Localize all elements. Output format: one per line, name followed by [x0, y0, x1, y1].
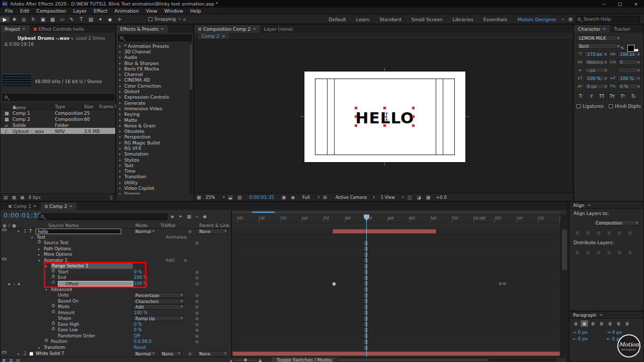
workspace-motion-designer[interactable]: Motion Designer — [517, 17, 556, 22]
project-row-solids[interactable]: ▱SolidsFolder — [1, 122, 115, 128]
effects-category-transition[interactable]: ▸Transition — [116, 174, 190, 180]
panel-lock-icon[interactable] — [198, 28, 201, 31]
property-pickwhip-icon[interactable]: ◎ — [195, 299, 199, 304]
panel-grid-icon[interactable]: ▦ — [568, 17, 573, 22]
subscript-button[interactable]: T₁ — [629, 93, 637, 100]
effects-category-matte[interactable]: ▸Matte — [116, 117, 190, 123]
project-bit-depth[interactable]: 8 bpc — [29, 195, 41, 200]
effects-category-rg-vfx[interactable]: ▸RG VFX — [116, 146, 190, 151]
distribute-left-button[interactable]: ≣ — [605, 249, 613, 256]
twirl-icon[interactable]: ▸ — [119, 124, 122, 128]
workspace-overflow-icon[interactable]: » — [561, 17, 565, 22]
anchor-point[interactable] — [384, 116, 386, 118]
faux-bold-button[interactable]: T — [577, 93, 585, 100]
transparency-grid-icon[interactable]: ▩ — [426, 195, 431, 200]
motion-blur-icon[interactable]: ◉ — [203, 214, 207, 220]
project-columns[interactable]: Name ▲ Type Size Frame R… — [1, 103, 115, 110]
twirl-icon[interactable]: ▸ — [119, 73, 122, 77]
align-text-right-button[interactable]: ≣ — [589, 320, 597, 327]
timeline-row-text[interactable]: ▾TextAnimate:⊙ — [1, 235, 231, 241]
twirl-icon[interactable]: ▸ — [119, 67, 122, 71]
distribute-right-button[interactable]: ≣ — [626, 249, 634, 256]
add-animator-icon[interactable]: ⊙ — [184, 235, 187, 240]
font-size-dropdown[interactable]: 173 px — [585, 51, 608, 57]
timeline-row-position[interactable]: Position0.0,90.0◎ — [1, 339, 231, 345]
workspace-small-screen[interactable]: Small Screen — [412, 17, 443, 22]
property-value[interactable]: 100 % — [134, 310, 147, 316]
indent-right-field[interactable]: ←0 px — [573, 336, 604, 341]
property-value[interactable]: Off — [134, 333, 140, 339]
tab-project[interactable]: Project≡ — [1, 25, 30, 33]
panel-menu-icon[interactable]: ≡ — [602, 27, 606, 31]
magnification-dropdown[interactable]: 25% — [204, 194, 226, 200]
tab-composition[interactable]: Composition Comp 2≡ — [194, 25, 260, 33]
menu-file[interactable]: File — [2, 8, 17, 14]
effects-category-generate[interactable]: ▸Generate — [116, 100, 190, 106]
timeline-row-based-on[interactable]: Based OnCharacters◎ — [1, 299, 231, 305]
timeline-row-source-text[interactable]: Source Text◎ — [1, 240, 231, 246]
track-row[interactable] — [232, 263, 560, 269]
twirl-icon[interactable]: ▸ — [119, 84, 122, 88]
effects-category-obsolete[interactable]: ▸Obsolete — [116, 128, 190, 134]
justify-all-button[interactable]: ≣ — [623, 320, 631, 327]
twirl-icon[interactable]: ▸ — [119, 129, 122, 133]
menu-layer[interactable]: Layer — [70, 8, 91, 14]
twirl-icon[interactable]: ▸ — [119, 152, 122, 156]
timeline-tracks[interactable] — [232, 229, 560, 357]
twirl-icon[interactable]: ▸ — [119, 44, 122, 48]
menu-effect[interactable]: Effect — [90, 8, 111, 14]
zoom-handle[interactable] — [244, 358, 247, 361]
timeline-row-amount[interactable]: Amount100 %◎ — [1, 310, 231, 316]
twirl-icon[interactable]: ▸ — [119, 181, 122, 185]
tab-comp-1[interactable]: Comp 1≡ — [5, 202, 41, 210]
property-name[interactable]: Units — [58, 293, 69, 298]
effects-category-time[interactable]: ▸Time — [116, 169, 190, 174]
interpret-footage-icon[interactable]: ▤ — [4, 195, 8, 200]
timeline-row-path-options[interactable]: ▸Path Options — [1, 246, 231, 252]
track-row[interactable] — [232, 322, 560, 328]
track-row[interactable] — [232, 327, 560, 333]
workspace-libraries[interactable]: Libraries — [453, 17, 473, 22]
track-row[interactable] — [232, 333, 560, 339]
options-icon[interactable]: ▤ — [16, 358, 20, 362]
align-text-center-button[interactable]: ≣ — [581, 320, 588, 327]
track-row[interactable] — [232, 281, 560, 287]
selection-handle[interactable] — [383, 124, 386, 127]
current-time-display[interactable]: 0:00:01:35 — [4, 211, 42, 219]
stopwatch-icon[interactable] — [52, 310, 55, 313]
zoom-out-mountain-icon[interactable]: ▲ — [230, 358, 232, 362]
menu-window[interactable]: Window — [160, 8, 186, 14]
twirl-icon[interactable]: ▸ — [119, 61, 122, 65]
track-row[interactable] — [232, 275, 560, 281]
project-row-comp-2[interactable]: ▦Comp 2Composition60 — [1, 116, 115, 122]
project-search[interactable] — [3, 94, 114, 101]
justify-last-right-button[interactable]: ≣ — [615, 320, 622, 327]
show-snapshot-icon[interactable]: ◉ — [291, 195, 295, 200]
zoom-tool-icon[interactable]: ◎ — [19, 17, 29, 22]
twirl-icon[interactable]: ▸ — [119, 107, 122, 111]
twirl-icon[interactable]: ▸ — [119, 135, 122, 139]
parent-dropdown[interactable]: None — [197, 351, 228, 356]
keyframe-circle[interactable] — [503, 282, 506, 285]
selection-handle[interactable] — [383, 107, 386, 109]
workspace-essentials[interactable]: Essentials — [484, 17, 508, 22]
timeline-row-ease-high[interactable]: Ease High0 %◎ — [1, 322, 231, 328]
twirl-icon[interactable]: ▾ — [31, 235, 33, 241]
minimize-button[interactable]: — — [596, 0, 612, 8]
track-row[interactable] — [232, 258, 560, 264]
leading-dropdown[interactable]: - px — [585, 67, 608, 73]
eyedropper-icon[interactable]: ✎ — [620, 46, 624, 51]
twirl-icon[interactable]: ▸ — [119, 141, 122, 145]
timeline-row-more-options[interactable]: ▸More Options — [1, 252, 231, 258]
panel-menu-icon[interactable]: ≡ — [253, 27, 256, 31]
workspace-learn[interactable]: Learn — [356, 17, 370, 22]
extra-dropdown[interactable] — [618, 67, 641, 73]
track-row[interactable] — [232, 269, 560, 275]
property-pickwhip-icon[interactable]: ◎ — [195, 240, 199, 246]
blend-mode-dropdown[interactable]: Normal — [133, 351, 156, 356]
indent-left-field[interactable]: →0 px — [573, 330, 604, 335]
selection-handle[interactable] — [355, 107, 357, 109]
ligatures-checkbox[interactable] — [577, 104, 581, 108]
am-pm-toggle-icon[interactable]: ◧ — [3, 358, 7, 362]
property-dropdown[interactable]: Ramp Up — [133, 316, 184, 321]
